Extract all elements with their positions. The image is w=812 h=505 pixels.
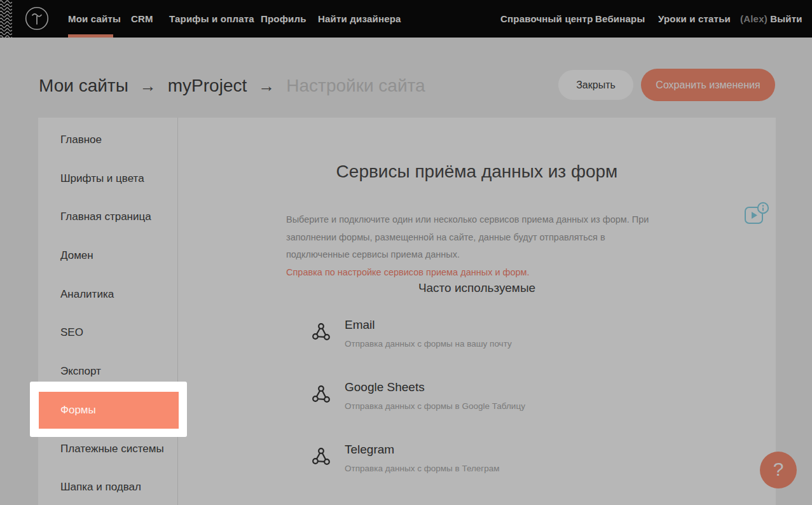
forms-spotlight: Формы (30, 382, 187, 437)
page: Мои сайты CRM Тарифы и оплата Профиль На… (0, 0, 812, 505)
sidebar-item-forms-active[interactable]: Формы (39, 392, 179, 429)
